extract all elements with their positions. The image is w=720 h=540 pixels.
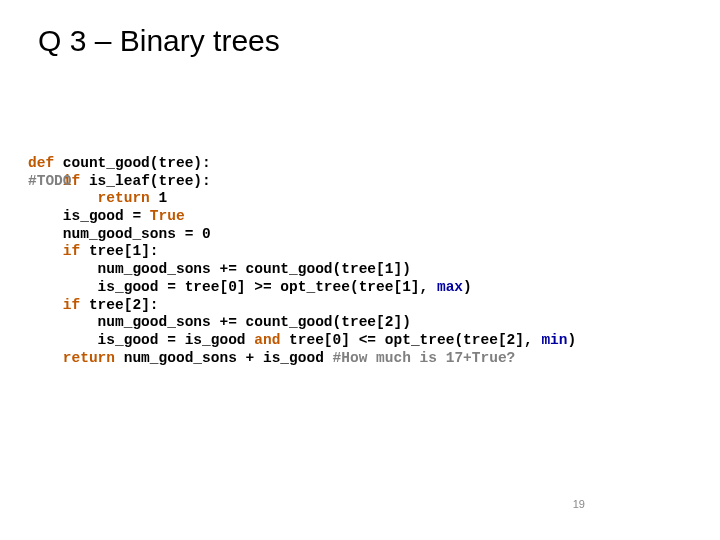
code-text: ) (463, 279, 472, 295)
builtin-max: max (437, 279, 463, 295)
code-text: num_good_sons += count_good(tree[1]) (28, 261, 411, 277)
code-text: tree[0] <= opt_tree(tree[2], (280, 332, 541, 348)
code-text: is_good = tree[0] >= opt_tree(tree[1], (28, 279, 437, 295)
kw-return: return (28, 190, 150, 206)
code-block: def count_good(tree): if is_leaf(tree): … (28, 155, 576, 367)
code-text: num_good_sons += count_good(tree[2]) (28, 314, 411, 330)
kw-true: True (150, 208, 185, 224)
code-text: ) (568, 332, 577, 348)
code-text: count_good(tree): (54, 155, 211, 171)
builtin-min: min (541, 332, 567, 348)
kw-if: if (28, 243, 80, 259)
kw-return: return (28, 350, 115, 366)
page-number: 19 (573, 498, 585, 510)
kw-and: and (254, 332, 280, 348)
todo-overlay: #TODO (28, 173, 72, 189)
code-text: num_good_sons = 0 (28, 226, 211, 242)
slide: Q 3 – Binary trees def count_good(tree):… (0, 0, 720, 540)
code-text: 1 (150, 190, 167, 206)
code-text: tree[2]: (80, 297, 158, 313)
code-text: is_good = (28, 208, 150, 224)
code-text: is_leaf(tree): (80, 173, 211, 189)
code-text: num_good_sons + is_good (115, 350, 333, 366)
kw-def: def (28, 155, 54, 171)
code-text: tree[1]: (80, 243, 158, 259)
code-text: is_good = is_good (28, 332, 254, 348)
kw-if: if (28, 297, 80, 313)
slide-title: Q 3 – Binary trees (38, 24, 280, 58)
code-comment: #How much is 17+True? (333, 350, 516, 366)
